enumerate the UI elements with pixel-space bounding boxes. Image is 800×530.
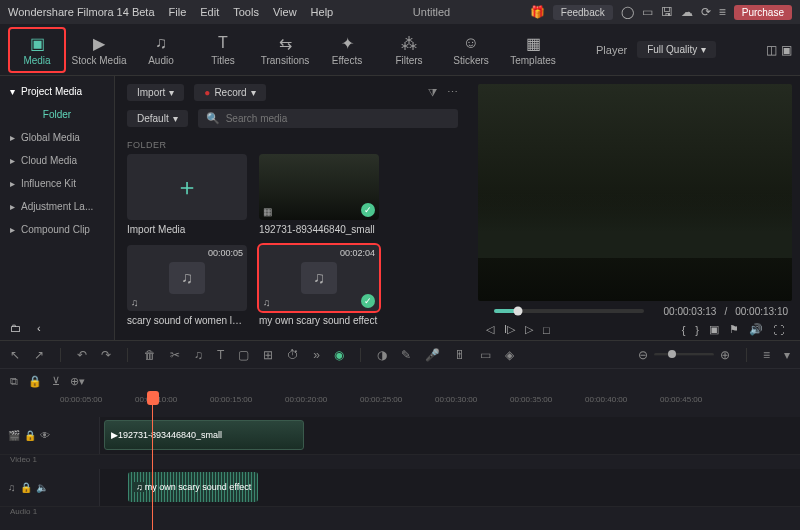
eye-icon[interactable]: 👁	[40, 430, 50, 441]
new-folder-icon[interactable]: 🗀	[10, 322, 21, 334]
audio-clip[interactable]: ♫my own scary sound effect	[128, 472, 258, 502]
text-icon[interactable]: T	[217, 348, 224, 362]
lock-icon[interactable]: 🔒	[24, 430, 36, 441]
card-audio-2[interactable]: 00:02:04♫♫✓ my own scary sound effect	[259, 245, 379, 326]
tool-titles[interactable]: TTitles	[194, 27, 252, 73]
marker-icon[interactable]: ⚑	[729, 323, 739, 336]
compare-icon[interactable]: ◫	[766, 43, 777, 57]
prev-frame-icon[interactable]: ◁	[486, 323, 494, 336]
menu-tools[interactable]: Tools	[233, 6, 259, 18]
search-input[interactable]: 🔍	[198, 109, 458, 128]
purchase-button[interactable]: Purchase	[734, 5, 792, 20]
settings-icon[interactable]: ▾	[784, 348, 790, 362]
crop-icon[interactable]: ▢	[238, 348, 249, 362]
sidebar-item-label: Cloud Media	[21, 155, 77, 166]
list-icon[interactable]: ≡	[763, 348, 770, 362]
audio-edit-icon[interactable]: ♫	[194, 348, 203, 362]
grid-icon[interactable]: ⊞	[263, 348, 273, 362]
track-head[interactable]: ♫🔒🔈	[0, 469, 100, 506]
volume-icon[interactable]: 🔊	[749, 323, 763, 336]
mixer-icon[interactable]: 🎚	[454, 348, 466, 362]
filter-icon[interactable]: ⧩	[428, 86, 437, 99]
color-icon[interactable]: ◑	[377, 348, 387, 362]
tool-media[interactable]: ▣ Media	[8, 27, 66, 73]
sort-dropdown[interactable]: Default▾	[127, 110, 188, 127]
snapshot-icon[interactable]: ▣	[781, 43, 792, 57]
undo-icon[interactable]: ↶	[77, 348, 87, 362]
lock-icon[interactable]: 🔒	[28, 375, 42, 388]
card-import[interactable]: ＋ Import Media	[127, 154, 247, 235]
step-back-icon[interactable]: I▷	[504, 323, 515, 336]
more-icon[interactable]: ⋯	[447, 86, 458, 99]
tool-stock-media[interactable]: ▶Stock Media	[70, 27, 128, 73]
snapshot-icon[interactable]: ▣	[709, 323, 719, 336]
timeline-ruler[interactable]: 00:00:05:00 00:00:10:00 00:00:15:00 00:0…	[0, 393, 800, 417]
circle-icon[interactable]: ◯	[621, 5, 634, 19]
mark-out-icon[interactable]: }	[695, 324, 699, 336]
share-icon[interactable]: ⟳	[701, 5, 711, 19]
menu-view[interactable]: View	[273, 6, 297, 18]
mute-icon[interactable]: 🔈	[36, 482, 48, 493]
speed-icon[interactable]: ⏱	[287, 348, 299, 362]
sidebar-item-project-media[interactable]: ▾Project Media	[0, 80, 114, 103]
more-right-icon[interactable]: »	[313, 348, 320, 362]
gift-icon[interactable]: 🎁	[530, 5, 545, 19]
preview-viewport[interactable]	[478, 84, 792, 301]
marker2-icon[interactable]: ◈	[505, 348, 514, 362]
tool-filters[interactable]: ⁂Filters	[380, 27, 438, 73]
fullscreen-icon[interactable]: ⛶	[773, 324, 784, 336]
record-button[interactable]: ●Record▾	[194, 84, 265, 101]
sidebar-item-label: Project Media	[21, 86, 82, 97]
lock-icon[interactable]: 🔒	[20, 482, 32, 493]
preview-scrubber[interactable]	[494, 309, 644, 313]
ai-icon[interactable]: ◉	[334, 348, 344, 362]
zoom-out-icon[interactable]: ⊖	[638, 348, 648, 362]
card-title: my own scary sound effect	[259, 315, 379, 326]
menu-file[interactable]: File	[169, 6, 187, 18]
feedback-button[interactable]: Feedback	[553, 5, 613, 20]
delete-icon[interactable]: 🗑	[144, 348, 156, 362]
pointer-icon[interactable]: ↖	[10, 348, 20, 362]
play-icon[interactable]: ▷	[525, 323, 533, 336]
collapse-icon[interactable]: ‹	[37, 322, 41, 334]
redo-icon[interactable]: ↷	[101, 348, 111, 362]
bars-icon[interactable]: ≡	[719, 5, 726, 19]
tool-effects[interactable]: ✦Effects	[318, 27, 376, 73]
card-video[interactable]: ▦✓ 192731-893446840_small	[259, 154, 379, 235]
magnet-icon[interactable]: ⊻	[52, 375, 60, 388]
sidebar-item-compound-clip[interactable]: ▸Compound Clip	[0, 218, 114, 241]
time-sep: /	[724, 306, 727, 317]
track-head[interactable]: 🎬🔒👁	[0, 417, 100, 454]
sidebar-item-influence-kit[interactable]: ▸Influence Kit	[0, 172, 114, 195]
sidebar-folder[interactable]: Folder	[0, 103, 114, 126]
card-audio-1[interactable]: 00:00:05♫♫ scary sound of women laug...	[127, 245, 247, 326]
sidebar-item-adjustment[interactable]: ▸Adjustment La...	[0, 195, 114, 218]
tool-templates[interactable]: ▦Templates	[504, 27, 562, 73]
tool-stickers[interactable]: ☺Stickers	[442, 27, 500, 73]
zoom-in-icon[interactable]: ⊕	[720, 348, 730, 362]
tool-audio[interactable]: ♫Audio	[132, 27, 190, 73]
display-icon[interactable]: ▭	[642, 5, 653, 19]
search-field[interactable]	[226, 113, 450, 124]
select-icon[interactable]: ↗	[34, 348, 44, 362]
mic-icon[interactable]: 🎤	[425, 348, 440, 362]
sidebar-item-global-media[interactable]: ▸Global Media	[0, 126, 114, 149]
window-icon[interactable]: ▭	[480, 348, 491, 362]
stop-icon[interactable]: □	[543, 324, 550, 336]
split-icon[interactable]: ✂	[170, 348, 180, 362]
cloud-icon[interactable]: ☁	[681, 5, 693, 19]
video-clip[interactable]: ▶192731-893446840_small	[104, 420, 304, 450]
save-icon[interactable]: 🖫	[661, 5, 673, 19]
mark-in-icon[interactable]: {	[682, 324, 686, 336]
playhead[interactable]	[152, 393, 153, 530]
import-button[interactable]: Import▾	[127, 84, 184, 101]
zoom-slider[interactable]: ⊖⊕	[638, 348, 730, 362]
brush-icon[interactable]: ✎	[401, 348, 411, 362]
quality-dropdown[interactable]: Full Quality▾	[637, 41, 716, 58]
tool-transitions[interactable]: ⇆Transitions	[256, 27, 314, 73]
track-add-icon[interactable]: ⊕▾	[70, 375, 85, 388]
menu-help[interactable]: Help	[311, 6, 334, 18]
link-icon[interactable]: ⧉	[10, 375, 18, 388]
sidebar-item-cloud-media[interactable]: ▸Cloud Media	[0, 149, 114, 172]
menu-edit[interactable]: Edit	[200, 6, 219, 18]
